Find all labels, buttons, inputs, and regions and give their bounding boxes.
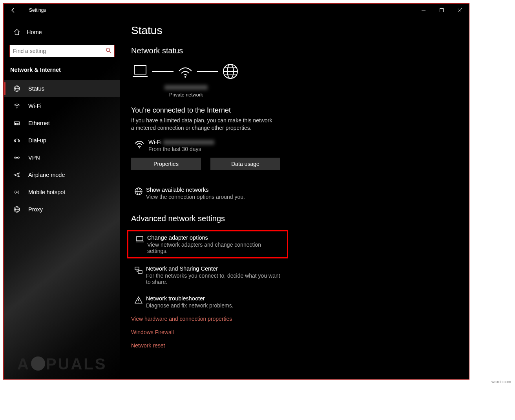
sidebar-item-ethernet[interactable]: Ethernet — [4, 115, 120, 132]
sidebar-category: Network & Internet — [9, 67, 115, 73]
properties-button[interactable]: Properties — [131, 158, 201, 170]
dialup-icon — [13, 137, 20, 144]
content-area: Status Network status Private network Yo… — [120, 16, 469, 379]
sidebar-item-hotspot[interactable]: Mobile hotspot — [4, 184, 120, 201]
source-watermark: wsxdn.com — [491, 380, 511, 384]
connected-desc: If you have a limited data plan, you can… — [131, 117, 272, 132]
close-icon — [458, 8, 462, 12]
window-title: Settings — [29, 7, 46, 13]
page-title: Status — [131, 24, 453, 37]
hotspot-icon — [13, 189, 20, 196]
network-name-blurred — [164, 85, 208, 90]
nav-label: Proxy — [28, 206, 43, 213]
svg-point-9 — [16, 108, 17, 109]
svg-rect-10 — [15, 122, 20, 125]
globe-diagram-icon — [222, 63, 239, 80]
network-diagram — [131, 62, 453, 83]
wifi-sub: From the last 30 days — [148, 146, 214, 152]
close-button[interactable] — [451, 4, 469, 16]
advanced-heading: Advanced network settings — [131, 214, 453, 223]
sidebar-item-status[interactable]: Status — [4, 80, 120, 97]
wifi-diagram-icon — [177, 64, 193, 79]
wifi-label: Wi-Fi — [148, 139, 162, 145]
device-icon — [132, 64, 148, 79]
wifi-connection-info: Wi-Fi From the last 30 days — [131, 139, 453, 152]
sharing-icon — [134, 266, 143, 275]
sidebar-item-proxy[interactable]: Proxy — [4, 201, 120, 218]
titlebar: Settings — [4, 4, 469, 16]
ethernet-icon — [13, 120, 20, 127]
link-windows-firewall[interactable]: Windows Firewall — [131, 329, 453, 335]
troubleshoot-title: Network troubleshooter — [146, 295, 234, 302]
data-usage-button[interactable]: Data usage — [210, 158, 280, 170]
svg-rect-32 — [137, 236, 143, 241]
minimize-icon — [422, 8, 426, 12]
svg-point-4 — [106, 48, 110, 52]
svg-rect-35 — [138, 271, 142, 273]
svg-line-5 — [110, 51, 111, 53]
search-input[interactable] — [13, 48, 106, 54]
sharing-desc: For the networks you connect to, decide … — [146, 273, 284, 285]
nav-label: Status — [28, 85, 44, 92]
back-button[interactable] — [5, 4, 21, 16]
diagram-sub: Private network — [169, 92, 203, 98]
diagram-line — [152, 71, 173, 72]
link-network-reset[interactable]: Network reset — [131, 342, 453, 349]
wifi-signal-icon — [134, 140, 144, 149]
svg-rect-20 — [134, 65, 146, 74]
search-icon — [106, 47, 111, 55]
svg-point-28 — [139, 147, 140, 148]
svg-point-37 — [138, 302, 139, 302]
network-sharing-center[interactable]: Network and Sharing Center For the netwo… — [131, 262, 284, 288]
network-troubleshooter[interactable]: Network troubleshooter Diagnose and fix … — [131, 292, 284, 312]
show-networks-desc: View the connection options around you. — [146, 194, 245, 200]
airplane-icon — [13, 171, 20, 178]
minimize-button[interactable] — [415, 4, 433, 16]
sidebar-item-wifi[interactable]: Wi-Fi — [4, 97, 120, 115]
svg-rect-11 — [14, 141, 16, 142]
home-icon — [13, 29, 20, 36]
vpn-icon — [13, 154, 20, 161]
troubleshoot-desc: Diagnose and fix network problems. — [146, 302, 234, 309]
svg-point-16 — [16, 191, 18, 193]
svg-rect-34 — [135, 267, 139, 270]
adapter-desc: View network adapters and change connect… — [147, 242, 283, 254]
wifi-icon — [13, 102, 20, 109]
wifi-ssid-blurred — [163, 140, 214, 145]
change-adapter-options[interactable]: Change adapter options View network adap… — [127, 230, 288, 258]
svg-point-22 — [184, 76, 186, 78]
settings-window: Settings Home — [3, 3, 469, 380]
show-networks-title: Show available networks — [146, 187, 245, 193]
svg-rect-12 — [18, 141, 20, 142]
adapter-icon — [135, 235, 144, 244]
sidebar-item-airplane[interactable]: Airplane mode — [4, 166, 120, 184]
maximize-icon — [440, 8, 444, 12]
nav-label: Dial-up — [28, 137, 46, 144]
show-available-networks[interactable]: Show available networks View the connect… — [131, 184, 284, 203]
nav-label: Ethernet — [28, 120, 50, 126]
nav-label: VPN — [28, 155, 40, 161]
connected-heading: You're connected to the Internet — [131, 106, 453, 115]
sidebar-item-vpn[interactable]: VPN — [4, 149, 120, 166]
nav-label: Mobile hotspot — [28, 189, 65, 195]
sharing-title: Network and Sharing Center — [146, 265, 284, 272]
globe-small-icon — [134, 187, 143, 196]
sidebar-item-dialup[interactable]: Dial-up — [4, 132, 120, 149]
svg-rect-1 — [440, 9, 444, 12]
link-hardware-properties[interactable]: View hardware and connection properties — [131, 316, 453, 322]
maximize-button[interactable] — [433, 4, 451, 16]
search-box[interactable] — [9, 45, 115, 57]
arrow-left-icon — [10, 7, 16, 13]
home-button[interactable]: Home — [9, 24, 115, 40]
svg-point-13 — [15, 157, 16, 158]
nav-label: Airplane mode — [28, 172, 65, 178]
home-label: Home — [27, 29, 42, 35]
network-status-heading: Network status — [131, 46, 453, 55]
warning-icon — [134, 296, 143, 304]
proxy-icon — [13, 206, 20, 213]
nav-label: Wi-Fi — [28, 103, 42, 109]
sidebar: Home Network & Internet Status Wi-Fi Eth… — [4, 16, 120, 379]
diagram-caption: Private network — [131, 85, 241, 98]
globe-icon — [13, 85, 20, 92]
adapter-title: Change adapter options — [147, 235, 283, 241]
